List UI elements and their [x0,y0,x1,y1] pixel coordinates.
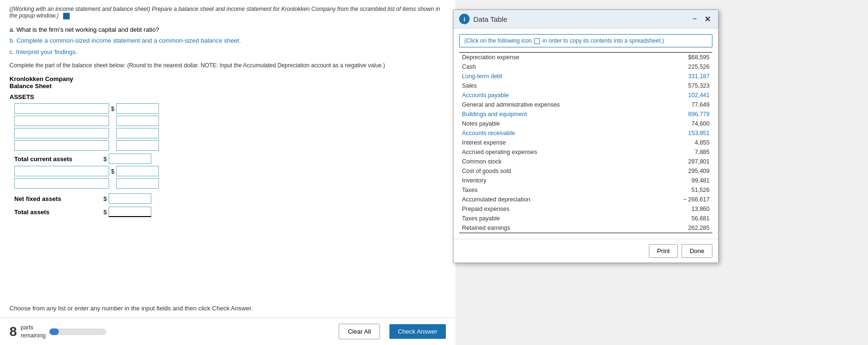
intro-text: ((Working with an income statement and b… [9,6,446,19]
row-label: Accounts receivable [459,128,652,138]
parts-label-1: parts [21,324,46,332]
row-label: Notes payable [459,119,652,128]
asset-row-2: $ [14,116,446,126]
row-label: Prepaid expenses [459,204,652,214]
asset-value-2[interactable] [116,116,159,126]
data-table-modal: i Data Table − ✕ (Click on the following… [453,9,719,263]
asset-value-1[interactable] [116,103,159,114]
parts-number: 8 [9,324,17,339]
print-button[interactable]: Print [649,244,678,258]
asset-value-3[interactable] [116,128,159,138]
modal-title: Data Table [473,15,507,23]
dollar-total-1: $ [103,155,107,163]
total-current-assets-label: Total current assets [14,155,100,163]
modal-body: (Click on the following icon in order to… [453,28,718,239]
instruction-text: Complete the part of the balance sheet b… [9,62,446,69]
asset-value-5[interactable] [116,166,159,176]
asset-label-1[interactable] [14,103,109,114]
dollar-net-fixed: $ [103,195,107,202]
done-button[interactable]: Done [682,244,712,258]
row-label: Cash [459,62,652,72]
total-current-assets-value[interactable] [109,154,151,164]
row-value: 153,851 [652,128,712,138]
modal-title-area: i Data Table [459,14,507,24]
progress-bar [49,328,106,335]
modal-header: i Data Table − ✕ [453,10,718,28]
asset-value-4[interactable] [116,140,159,151]
table-row: Common stock287,801 [459,157,712,166]
asset-label-4[interactable] [14,140,109,151]
row-value: 77,649 [652,100,712,109]
row-value: $68,595 [652,53,712,63]
assets-form: $ $ $ $ Total curren [14,103,446,217]
asset-label-5[interactable] [14,166,109,176]
grid-icon[interactable]: ☷ [63,13,70,19]
table-row: Accrued operating expenses7,885 [459,147,712,157]
dollar-total-assets: $ [103,209,107,216]
bottom-instruction: Choose from any list or enter any number… [9,305,253,312]
asset-row-4: $ [14,140,446,151]
row-value: 7,885 [652,147,712,157]
row-label: Buildings and equipment [459,109,652,119]
row-value: 331,187 [652,72,712,81]
row-label: Long-term debt [459,72,652,81]
net-fixed-assets-label: Net fixed assets [14,195,100,202]
row-value: 56,681 [652,214,712,223]
table-row: Accumulated depreciation− 266,617 [459,195,712,204]
row-label: Depreciation expense [459,53,652,63]
bottom-bar: 8 parts remaining Clear All Check Answer [0,318,455,345]
table-row: Retained earnings262,285 [459,223,712,233]
table-row: Cost of goods sold295,409 [459,166,712,176]
minimize-button[interactable]: − [691,15,699,23]
row-value: 262,285 [652,223,712,233]
sheet-title: Balance Sheet [9,82,446,90]
row-label: Taxes [459,185,652,195]
table-row: Inventory99,481 [459,176,712,185]
table-row: Buildings and equipment896,779 [459,109,712,119]
asset-row-6: $ [14,178,446,189]
asset-label-3[interactable] [14,128,109,138]
questions-section: a. What is the firm's net working capita… [9,24,446,57]
clear-all-button[interactable]: Clear All [339,324,379,339]
asset-label-6[interactable] [14,178,109,189]
company-name: Kronlokken Company [9,75,446,82]
asset-value-6[interactable] [116,178,159,189]
question-a: a. What is the firm's net working capita… [9,24,446,35]
question-c: c. Interpret your findings. [9,46,446,57]
asset-label-2[interactable] [14,116,109,126]
check-answer-button[interactable]: Check Answer [389,324,446,339]
row-value: 896,779 [652,109,712,119]
asset-row-5: $ [14,166,446,176]
row-label: Common stock [459,157,652,166]
info-icon: i [459,14,470,24]
row-value: 287,801 [652,157,712,166]
row-value: − 266,617 [652,195,712,204]
table-row: Depreciation expense$68,595 [459,53,712,63]
main-content: ((Working with an income statement and b… [0,0,455,345]
net-fixed-assets-value[interactable] [109,193,151,204]
total-assets-label: Total assets [14,209,100,216]
row-label: Taxes payable [459,214,652,223]
total-assets-value[interactable] [109,207,151,217]
close-button[interactable]: ✕ [702,15,712,24]
table-row: Cash225,526 [459,62,712,72]
copy-icon[interactable] [534,38,540,44]
parts-label-2: remaining [21,332,46,340]
row-label: Sales [459,81,652,91]
row-value: 74,600 [652,119,712,128]
table-row: Long-term debt331,187 [459,72,712,81]
row-label: Accounts payable [459,91,652,100]
dollar-1: $ [111,105,114,112]
total-current-assets-row: Total current assets $ [14,154,446,164]
row-value: 575,323 [652,81,712,91]
table-row: Notes payable74,600 [459,119,712,128]
row-value: 295,409 [652,166,712,176]
copy-note: (Click on the following icon in order to… [459,34,712,47]
table-row: Sales575,323 [459,81,712,91]
row-label: Retained earnings [459,223,652,233]
progress-bar-fill [49,328,59,335]
data-table: Depreciation expense$68,595Cash225,526Lo… [459,52,712,233]
table-row: Taxes51,526 [459,185,712,195]
table-row: Accounts receivable153,851 [459,128,712,138]
table-row: General and administrative expenses77,64… [459,100,712,109]
